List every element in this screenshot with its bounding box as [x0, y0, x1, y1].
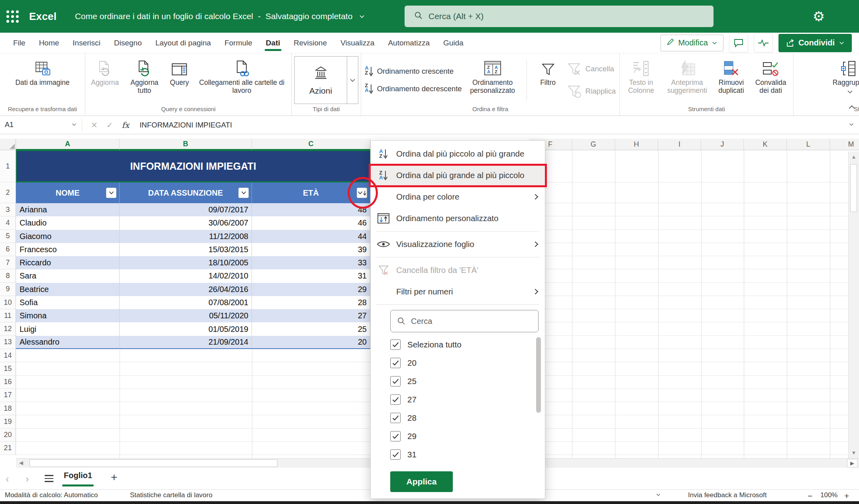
- filter-dropdown-button-data-assunzione[interactable]: [238, 188, 249, 198]
- table-cell[interactable]: 26/04/2016: [120, 283, 252, 296]
- table-cell[interactable]: Sofia: [16, 296, 120, 309]
- sheet-tab-foglio1[interactable]: Foglio1: [64, 471, 92, 480]
- filter-checkbox-27[interactable]: 27: [371, 390, 545, 409]
- calc-mode-status[interactable]: Modalità di calcolo: Automatico: [5, 491, 98, 499]
- filter-checkbox-28[interactable]: 28: [371, 409, 545, 427]
- row-header-4[interactable]: 4: [0, 216, 16, 229]
- filter-checkbox-25[interactable]: 25: [371, 372, 545, 390]
- row-header-2[interactable]: 2: [0, 182, 16, 203]
- app-launcher-icon[interactable]: [6, 10, 19, 23]
- ribbon-button-ordinamento-decrescente[interactable]: ZAOrdinamento decrescente: [365, 83, 462, 94]
- search-input[interactable]: Cerca (Alt + X): [405, 6, 714, 27]
- row-header-16[interactable]: 16: [0, 376, 16, 389]
- column-header-A[interactable]: A: [16, 139, 120, 150]
- scroll-right-icon[interactable]: ▶: [847, 459, 857, 467]
- vertical-scroll-thumb[interactable]: [850, 164, 857, 212]
- table-cell[interactable]: 05/11/2020: [120, 309, 252, 322]
- tab-guida[interactable]: Guida: [436, 33, 470, 53]
- table-cell[interactable]: Riccardo: [16, 256, 120, 269]
- ribbon-button-ordinamento-personalizzato[interactable]: ZAAZOrdinamento personalizzato: [464, 56, 521, 104]
- chevron-down-icon[interactable]: [656, 491, 661, 499]
- chevron-down-icon[interactable]: [347, 57, 358, 104]
- table-cell[interactable]: Francesco: [16, 243, 120, 256]
- row-header-11[interactable]: 11: [0, 309, 16, 322]
- column-header-L[interactable]: L: [787, 139, 830, 150]
- table-cell[interactable]: 07/08/2001: [120, 296, 252, 309]
- table-cell[interactable]: Claudio: [16, 216, 120, 229]
- table-cell[interactable]: 18/10/2005: [120, 256, 252, 269]
- row-header-12[interactable]: 12: [0, 322, 16, 335]
- formula-content[interactable]: INFORMAZIONI IMPIEGATI: [140, 121, 232, 129]
- table-title-cell[interactable]: INFORMAZIONI IMPIEGATI: [16, 150, 370, 182]
- ribbon-button-collegamenti-alle-cartelle-di-lavoro[interactable]: Collegamenti alle cartelle di lavoro: [195, 56, 289, 104]
- row-header-21[interactable]: 21: [0, 442, 16, 455]
- table-header-nome[interactable]: NOME: [16, 182, 120, 203]
- table-cell[interactable]: Giacomo: [16, 230, 120, 243]
- filter-checkbox-29[interactable]: 29: [371, 427, 545, 445]
- row-header-7[interactable]: 7: [0, 256, 16, 269]
- tab-home[interactable]: Home: [32, 33, 66, 53]
- filter-checkbox-20[interactable]: 20: [371, 354, 545, 372]
- row-header-18[interactable]: 18: [0, 402, 16, 415]
- tab-automatizza[interactable]: Automatizza: [381, 33, 436, 53]
- select-all-corner[interactable]: [0, 139, 16, 150]
- column-header-H[interactable]: H: [615, 139, 658, 150]
- table-cell[interactable]: Arianna: [16, 203, 120, 216]
- ribbon-button-raggruppa[interactable]: Raggruppa: [827, 56, 859, 104]
- table-cell[interactable]: 33: [252, 256, 370, 269]
- table-cell[interactable]: 28: [252, 296, 370, 309]
- table-cell[interactable]: 25: [252, 322, 370, 335]
- column-header-J[interactable]: J: [701, 139, 744, 150]
- table-cell[interactable]: 11/12/2008: [120, 230, 252, 243]
- confirm-entry-icon[interactable]: ✓: [106, 120, 113, 130]
- table-cell[interactable]: Alessandro: [16, 336, 120, 349]
- add-sheet-icon[interactable]: +: [111, 471, 117, 484]
- row-header-9[interactable]: 9: [0, 283, 16, 296]
- row-header-1[interactable]: 1: [0, 150, 16, 182]
- table-header-data-assunzione[interactable]: DATA ASSUNZIONE: [120, 182, 252, 203]
- activity-button[interactable]: [754, 33, 773, 53]
- table-cell[interactable]: Beatrice: [16, 283, 120, 296]
- horizontal-scroll-thumb[interactable]: [29, 459, 277, 467]
- tab-inserisci[interactable]: Inserisci: [66, 33, 107, 53]
- column-header-C[interactable]: C: [252, 139, 370, 150]
- filter-dropdown-button-nome[interactable]: [106, 188, 116, 198]
- filter-checkbox-seleziona-tutto[interactable]: Seleziona tutto: [371, 335, 545, 354]
- tab-file[interactable]: File: [6, 33, 32, 53]
- ribbon-button-filtro[interactable]: Filtro: [533, 56, 564, 104]
- table-cell[interactable]: 14/02/2010: [120, 269, 252, 282]
- row-header-10[interactable]: 10: [0, 296, 16, 309]
- tab-dati[interactable]: Dati: [259, 33, 287, 53]
- table-cell[interactable]: 29: [252, 283, 370, 296]
- menu-item-ordinamento-personalizzato[interactable]: Ordinamento personalizzato: [371, 208, 545, 229]
- vertical-scrollbar[interactable]: ▲ ▼: [848, 151, 859, 458]
- table-cell[interactable]: 46: [252, 216, 370, 229]
- filter-list-scrollbar[interactable]: [536, 337, 541, 413]
- sheet-list-icon[interactable]: [45, 475, 53, 482]
- workbook-stats-status[interactable]: Statistiche cartella di lavoro: [130, 491, 212, 499]
- column-header-I[interactable]: I: [658, 139, 701, 150]
- tab-revisione[interactable]: Revisione: [287, 33, 334, 53]
- table-cell[interactable]: 39: [252, 243, 370, 256]
- menu-item-visualizzazione-foglio[interactable]: Visualizzazione foglio: [371, 233, 545, 255]
- table-cell[interactable]: 01/05/2019: [120, 322, 252, 335]
- name-box[interactable]: A1: [0, 116, 82, 134]
- tab-disegno[interactable]: Disegno: [107, 33, 149, 53]
- row-header-6[interactable]: 6: [0, 243, 16, 256]
- filter-search-input[interactable]: Cerca: [390, 310, 539, 332]
- column-header-G[interactable]: G: [572, 139, 615, 150]
- row-header-14[interactable]: 14: [0, 349, 16, 362]
- scroll-up-icon[interactable]: ▲: [849, 154, 859, 160]
- next-sheet-icon[interactable]: ›: [26, 473, 29, 485]
- ribbon-button-azioni[interactable]: Azioni: [294, 56, 358, 104]
- scroll-down-icon[interactable]: ▼: [849, 450, 859, 456]
- ribbon-button-ordinamento-crescente[interactable]: AZOrdinamento crescente: [365, 66, 462, 77]
- ribbon-button-rimuovi-duplicati[interactable]: Rimuovi duplicati: [714, 56, 748, 104]
- previous-sheet-icon[interactable]: ‹: [6, 473, 9, 485]
- table-cell[interactable]: 09/07/2017: [120, 203, 252, 216]
- row-header-3[interactable]: 3: [0, 203, 16, 216]
- menu-item-ordina-dal-pi-grande-al-pi-piccolo[interactable]: ZAOrdina dal più grande al più piccolo: [371, 165, 545, 186]
- share-button[interactable]: Condividi: [778, 34, 852, 52]
- row-header-20[interactable]: 20: [0, 429, 16, 442]
- menu-item-ordina-per-colore[interactable]: Ordina per colore: [371, 186, 545, 208]
